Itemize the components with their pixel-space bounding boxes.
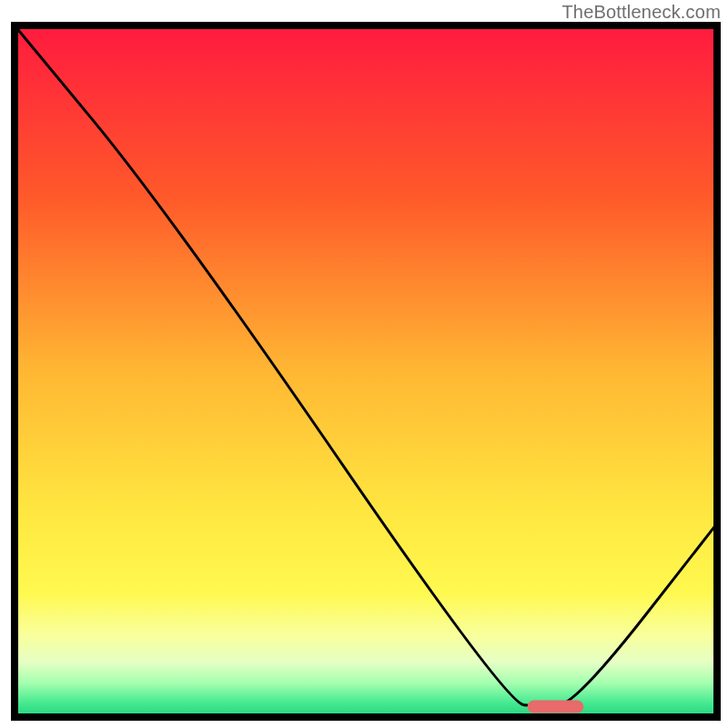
optimum-marker <box>528 701 584 713</box>
svg-rect-0 <box>15 25 717 717</box>
chart-frame: TheBottleneck.com <box>0 0 728 728</box>
bottleneck-chart <box>0 0 728 728</box>
watermark-text: TheBottleneck.com <box>561 2 721 23</box>
